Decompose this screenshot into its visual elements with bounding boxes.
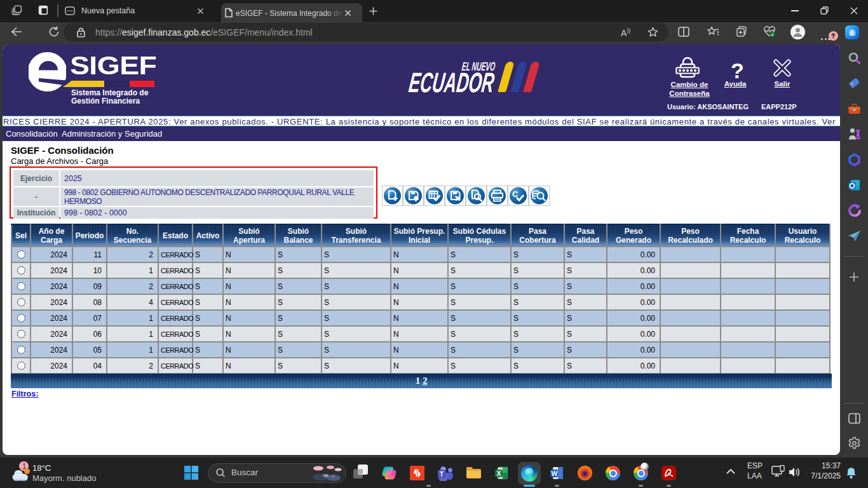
svg-text:X: X — [497, 470, 501, 477]
svg-text:T: T — [440, 470, 444, 478]
svg-text:W: W — [552, 470, 558, 477]
